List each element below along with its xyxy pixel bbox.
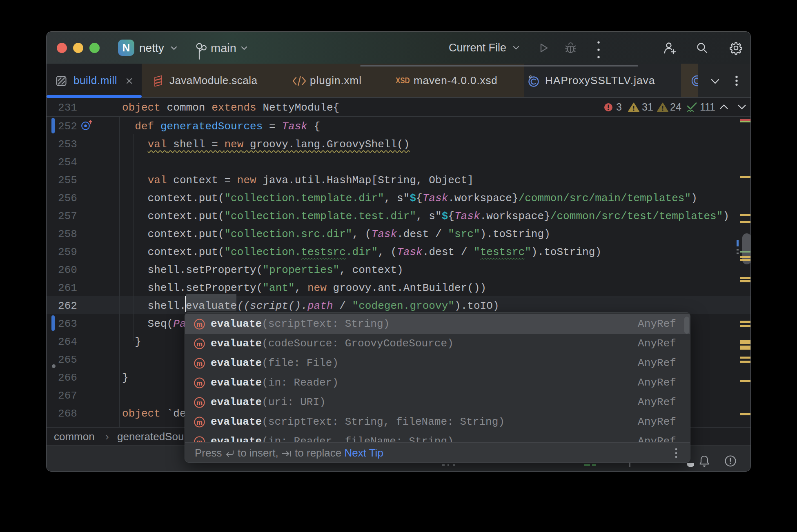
svg-text:m: m bbox=[196, 321, 203, 328]
svg-text:m: m bbox=[196, 438, 203, 443]
svg-text:m: m bbox=[196, 419, 203, 426]
svg-text:m: m bbox=[196, 399, 203, 407]
svg-text:m: m bbox=[196, 360, 203, 368]
svg-text:m: m bbox=[196, 379, 203, 387]
svg-text:m: m bbox=[196, 340, 203, 348]
